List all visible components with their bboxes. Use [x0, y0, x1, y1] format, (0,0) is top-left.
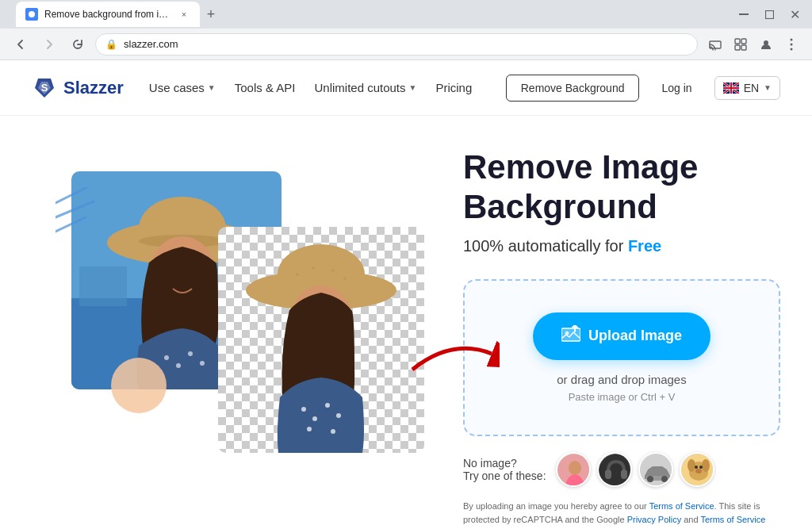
svg-rect-60 — [605, 470, 611, 479]
uk-flag-icon — [723, 82, 739, 94]
nav-links: Use cases ▼ Tools & API Unlimited cutout… — [149, 81, 481, 94]
svg-point-49 — [312, 416, 317, 421]
logo[interactable]: S Slazzer — [32, 75, 124, 101]
tab-title: Remove background from im... — [44, 9, 171, 20]
sample-thumb-3[interactable] — [638, 452, 673, 487]
lock-icon: 🔒 — [105, 39, 117, 50]
tos-link[interactable]: Terms of Service — [649, 501, 714, 511]
maximize-btn[interactable] — [758, 3, 780, 25]
lang-label: EN — [744, 82, 759, 94]
lang-chevron-icon: ▼ — [764, 83, 772, 92]
svg-point-72 — [699, 466, 703, 469]
svg-point-41 — [343, 277, 347, 280]
sample-images-list — [556, 452, 714, 487]
language-selector[interactable]: EN ▼ — [714, 76, 780, 100]
svg-line-18 — [56, 217, 86, 232]
svg-line-16 — [56, 187, 87, 203]
svg-point-11 — [791, 48, 793, 50]
chevron-down-icon: ▼ — [208, 83, 216, 92]
minimize-btn[interactable] — [733, 3, 755, 25]
navbar: S Slazzer Use cases ▼ Tools & API Unlimi… — [0, 60, 812, 116]
svg-point-73 — [695, 469, 702, 473]
reload-btn[interactable] — [67, 33, 89, 56]
privacy-link[interactable]: Privacy Policy — [627, 515, 681, 524]
profile-icon[interactable] — [755, 33, 777, 56]
address-bar[interactable]: 🔒 slazzer.com — [95, 33, 698, 56]
svg-point-30 — [200, 361, 205, 366]
sample-label: No image? Try one of these: — [463, 457, 546, 482]
hero-demo-area — [32, 148, 431, 465]
tos2-link[interactable]: Terms of Service — [700, 515, 765, 524]
sample-thumb-4[interactable] — [680, 452, 714, 487]
svg-rect-21 — [79, 266, 127, 306]
svg-rect-4 — [735, 39, 740, 44]
svg-point-51 — [336, 413, 341, 418]
svg-point-28 — [176, 363, 181, 368]
forward-btn[interactable] — [38, 33, 60, 56]
browser-chrome: Remove background from im... × + ✕ — [0, 0, 812, 60]
svg-point-53 — [331, 429, 335, 434]
svg-rect-5 — [741, 39, 746, 44]
svg-rect-2 — [765, 10, 773, 18]
svg-point-69 — [688, 459, 695, 472]
logo-icon: S — [32, 75, 57, 101]
upload-image-btn[interactable]: Upload Image — [533, 312, 710, 360]
back-btn[interactable] — [10, 33, 32, 56]
chevron-down-icon-2: ▼ — [409, 83, 417, 92]
upload-area: Upload Image or drag and drop images Pas… — [463, 279, 780, 436]
remove-background-btn[interactable]: Remove Background — [506, 75, 640, 102]
new-tab-btn[interactable]: + — [200, 3, 222, 25]
svg-point-10 — [791, 43, 793, 45]
svg-point-48 — [301, 407, 306, 412]
svg-text:S: S — [41, 82, 48, 94]
nav-actions: Remove Background Log in EN ▼ — [506, 75, 780, 102]
hero-content: Remove Image Background 100% automatical… — [463, 148, 780, 529]
svg-point-65 — [661, 476, 668, 482]
nav-tools-api[interactable]: Tools & API — [235, 81, 296, 94]
window-controls: ✕ — [733, 3, 806, 25]
svg-point-64 — [647, 476, 653, 482]
tab-favicon — [25, 8, 38, 21]
drag-drop-hint: or drag and drop images — [488, 373, 755, 386]
svg-point-58 — [569, 461, 581, 475]
nav-use-cases[interactable]: Use cases ▼ — [149, 81, 216, 94]
page-content: S Slazzer Use cases ▼ Tools & API Unlimi… — [0, 60, 812, 529]
image-upload-icon — [561, 325, 580, 343]
svg-point-29 — [188, 351, 193, 356]
svg-point-27 — [164, 355, 169, 360]
paste-hint: Paste image or Ctrl + V — [488, 391, 755, 403]
svg-rect-59 — [599, 454, 632, 487]
login-btn[interactable]: Log in — [649, 75, 704, 101]
svg-rect-6 — [735, 45, 740, 50]
svg-point-52 — [307, 427, 312, 431]
svg-point-50 — [325, 403, 330, 408]
upload-icon — [561, 325, 580, 347]
footer-note: By uploading an image you hereby agree t… — [463, 500, 780, 529]
svg-point-70 — [702, 459, 710, 472]
url-text: slazzer.com — [124, 38, 178, 50]
nav-unlimited-cutouts[interactable]: Unlimited cutouts ▼ — [314, 81, 416, 94]
arrow-indicator-icon — [404, 330, 500, 378]
tab-grid-icon[interactable] — [730, 33, 752, 56]
svg-point-39 — [312, 266, 315, 270]
svg-line-17 — [56, 201, 94, 217]
decorative-circle — [111, 358, 167, 413]
hero-subtitle: 100% automatically for Free — [463, 237, 780, 255]
nav-pricing[interactable]: Pricing — [435, 81, 472, 94]
sample-thumb-2[interactable] — [597, 452, 632, 487]
tab-bar: Remove background from im... × + ✕ — [0, 0, 812, 29]
sample-thumb-1[interactable] — [556, 452, 591, 487]
close-btn[interactable]: ✕ — [783, 3, 806, 25]
result-image — [218, 227, 424, 453]
svg-rect-61 — [621, 470, 627, 479]
cast-icon[interactable] — [704, 33, 726, 56]
sample-images-section: No image? Try one of these: — [463, 452, 780, 487]
more-options-icon[interactable] — [780, 33, 802, 56]
toolbar-icons — [704, 33, 802, 56]
browser-tab[interactable]: Remove background from im... × — [16, 2, 200, 27]
tab-close-btn[interactable]: × — [178, 8, 190, 21]
svg-point-0 — [29, 11, 35, 17]
decorative-lines-icon — [56, 187, 103, 251]
browser-toolbar: 🔒 slazzer.com — [0, 29, 812, 60]
svg-rect-7 — [741, 45, 746, 50]
